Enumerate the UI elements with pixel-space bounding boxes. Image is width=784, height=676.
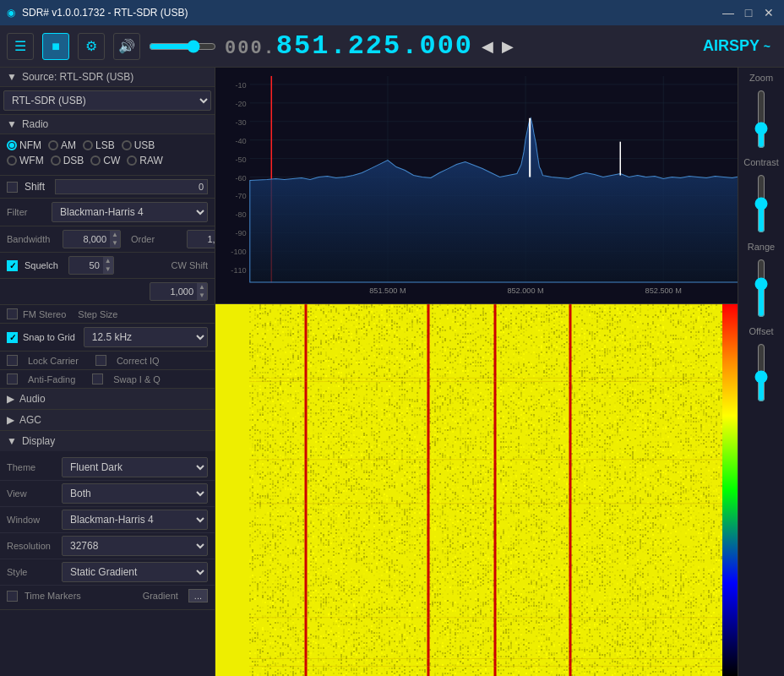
audio-button[interactable]: 🔊 [113,33,140,60]
snap-label: Snap to Grid [23,332,75,342]
step-select[interactable]: 12.5 kHz 25 kHz 50 kHz [84,327,208,347]
menu-button[interactable]: ☰ [7,33,34,60]
radio-header[interactable]: ▼ Radio [0,115,215,134]
cw-up[interactable]: ▲ [197,283,207,292]
view-label: View [7,488,62,499]
agc-arrow: ▶ [7,414,14,426]
source-device-select[interactable]: RTL-SDR (USB) [3,90,211,111]
svg-text:-100: -100 [231,248,246,256]
mode-dsb[interactable]: DSB [51,155,84,166]
filter-label: Filter [7,207,45,217]
agc-label: AGC [19,414,41,426]
view-select[interactable]: Both Spectrum Waterfall [62,483,208,504]
snap-checkbox[interactable] [7,332,18,343]
mode-usb[interactable]: USB [122,139,155,151]
anti-fading-checkbox[interactable] [7,373,18,384]
fm-step-row: FM Stereo Step Size [0,305,215,324]
close-button[interactable]: ✕ [760,4,777,21]
squelch-down[interactable]: ▼ [103,265,113,274]
shift-checkbox[interactable] [7,182,18,193]
mode-cw[interactable]: CW [90,155,120,166]
radio-modes: NFM AM LSB USB WFM [0,134,215,176]
swap-iq-label: Swap I & Q [113,374,161,384]
svg-text:851.500 M: 851.500 M [369,286,406,295]
contrast-slider[interactable] [753,174,770,233]
audio-label: Audio [19,393,46,405]
mode-usb-radio [122,140,132,150]
lock-carrier-checkbox[interactable] [7,355,18,366]
filter-select[interactable]: Blackman-Harris 4 [52,202,208,222]
freq-left-arrow[interactable]: ◀ [482,37,493,56]
zoom-slider[interactable] [753,90,770,149]
toolbar: ☰ ■ ⚙ 🔊 000.851.225.000 ◀ ▶ AIRSPY ~ [0,25,784,68]
fm-stereo-label: FM Stereo [23,309,66,319]
theme-select[interactable]: Fluent Dark Default [62,457,208,477]
agc-section: ▶ AGC [0,410,215,431]
radio-arrow: ▼ [7,118,17,130]
bw-down[interactable]: ▼ [110,239,120,248]
swap-iq-checkbox[interactable] [92,373,103,384]
radio-row-2: WFM DSB CW RAW [7,155,208,166]
main-area: ▼ Source: RTL-SDR (USB) RTL-SDR (USB) ▼ … [0,68,784,676]
lock-carrier-label: Lock Carrier [28,356,79,366]
cw-shift-label: CW Shift [172,260,208,270]
mode-nfm[interactable]: NFM [7,139,41,151]
agc-header[interactable]: ▶ AGC [0,410,215,430]
svg-text:-80: -80 [235,210,246,219]
source-header[interactable]: ▼ Source: RTL-SDR (USB) [0,68,215,87]
svg-text:-10: -10 [235,81,246,90]
freq-right-arrow[interactable]: ▶ [502,37,514,56]
theme-label: Theme [7,462,62,472]
bw-up[interactable]: ▲ [110,231,120,239]
svg-text:-60: -60 [235,174,246,183]
time-markers-checkbox[interactable] [7,591,18,602]
display-header[interactable]: ▼ Display [0,431,215,451]
mode-lsb[interactable]: LSB [83,139,115,151]
offset-label: Offset [749,326,773,336]
svg-text:-30: -30 [235,118,246,127]
contrast-label: Contrast [743,157,779,167]
bw-order-row: Bandwidth ▲ ▼ Order ▲ ▼ [0,226,215,253]
bw-input[interactable] [63,232,110,246]
window-row: Window Blackman-Harris 4 Hamming [0,507,215,533]
mode-raw[interactable]: RAW [127,155,163,166]
shift-input[interactable] [55,179,208,194]
mode-wfm[interactable]: WFM [7,155,44,166]
zoom-panel: Zoom Contrast Range Offset [738,68,784,676]
gradient-label: Gradient [143,591,178,601]
cw-input[interactable] [150,285,197,298]
window-select[interactable]: Blackman-Harris 4 Hamming [62,510,208,530]
mode-raw-radio [127,155,137,166]
cw-down[interactable]: ▼ [197,292,207,300]
audio-header[interactable]: ▶ Audio [0,389,215,409]
minimize-button[interactable]: — [720,4,737,21]
freq-main: 851.225.000 [276,30,473,62]
range-slider[interactable] [753,259,770,318]
display-section: ▼ Display Theme Fluent Dark Default View… [0,431,215,610]
cw-value-row: ▲ ▼ [0,279,215,305]
play-button[interactable]: ■ [42,33,69,60]
display-label: Display [22,435,55,447]
volume-slider[interactable] [149,40,216,53]
style-select[interactable]: Static Gradient Dynamic Gradient [62,562,208,582]
squelch-checkbox[interactable] [7,260,18,271]
spectrum-svg: -10 -20 -30 -40 -50 -60 -70 -80 -90 -100… [215,68,784,303]
order-input[interactable] [188,232,215,246]
range-label: Range [748,242,775,252]
correct-iq-checkbox[interactable] [95,355,106,366]
app-icon: ◉ [7,7,15,19]
gradient-button[interactable]: ... [188,589,208,602]
filter-row: Filter Blackman-Harris 4 [0,199,215,226]
settings-button[interactable]: ⚙ [78,33,105,60]
source-select-wrap: RTL-SDR (USB) [0,87,215,115]
resolution-select[interactable]: 32768 16384 [62,536,208,556]
maximize-button[interactable]: □ [740,4,757,21]
app-title: SDR# v1.0.0.1732 - RTL-SDR (USB) [22,7,188,19]
mode-am[interactable]: AM [48,139,76,151]
fm-stereo-checkbox[interactable] [7,308,18,319]
squelch-input[interactable] [69,259,103,272]
offset-slider[interactable] [753,343,770,402]
svg-text:-70: -70 [235,193,246,201]
window-controls: — □ ✕ [720,4,777,21]
squelch-up[interactable]: ▲ [103,257,113,265]
